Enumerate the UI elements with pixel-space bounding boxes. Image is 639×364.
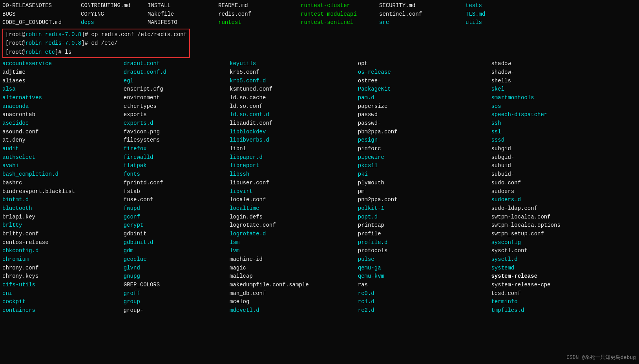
file-label: filesystems [124, 137, 160, 143]
table-row: chrony.conf glvnd magic qemu-ga systemd [2, 264, 637, 273]
file-label: profile [358, 231, 381, 237]
table-row: authselect firewalld libpaper.d pipewire… [2, 153, 637, 162]
file-label: speech-dispatcher [491, 111, 547, 118]
file-label: binfmt.d [2, 197, 29, 203]
file-label: swtpm-localca.conf [491, 214, 550, 220]
file-label: at.deny [2, 137, 26, 143]
file-label: lvm [230, 248, 239, 254]
prompt-hash2: # [85, 40, 88, 46]
file-label: dracut.conf [124, 60, 160, 67]
table-row: at.deny filesystems libibverbs.d pesign … [2, 136, 637, 145]
file-label: avahi [2, 162, 19, 169]
file-label: logrotate.d [230, 231, 266, 237]
table-row: asound.conf favicon.png libblockdev pbm2… [2, 128, 637, 136]
file-label: login.defs [230, 214, 263, 220]
watermark: CSDN @杀死一只知更鸟debug [566, 354, 636, 361]
file-label: brltty [2, 222, 22, 228]
file-label: centos-release [2, 239, 49, 246]
file-label: ld.so.conf [230, 103, 263, 109]
file-label: keyutils [230, 60, 256, 67]
file-label: passwd [358, 111, 378, 118]
file-label: passwd- [358, 120, 381, 126]
file-label: cni [2, 290, 12, 297]
file-label: pesign [358, 137, 378, 143]
file-label: chromium [2, 256, 29, 262]
table-row: brltty gcrypt logrotate.conf printcap sw… [2, 221, 637, 230]
prompt-user2: root [9, 40, 22, 46]
terminal: 00-RELEASENOTES CONTRIBUTING.md INSTALL … [0, 0, 639, 317]
file-label: fonts [124, 171, 140, 177]
file-label: libpaper.d [230, 154, 263, 160]
table-row: binfmt.d fuse.conf locale.conf pnm2ppa.c… [2, 196, 637, 204]
file-label: ras [358, 282, 368, 288]
file-label: bindresvport.blacklist [2, 188, 75, 195]
table-row: chrony.keys gnupg mailcap qemu-kvm syste… [2, 272, 637, 281]
table-row: CODE_OF_CONDUCT.md deps MANIFESTO runtes… [2, 18, 637, 27]
file-label: alternatives [2, 95, 42, 101]
file-label: rc2.d [358, 307, 374, 313]
file-label: fstab [124, 188, 140, 195]
prompt-bracket-close2: ] [81, 40, 84, 46]
file-label: bashrc [2, 180, 22, 186]
file-label: brltty.conf [2, 231, 38, 237]
file-label: libvirt [230, 188, 253, 195]
file-label: egl [124, 78, 133, 84]
file-label: CODE_OF_CONDUCT.md [2, 19, 62, 25]
file-label: ostree [358, 78, 378, 84]
file-label: bluetooth [2, 205, 32, 211]
file-label: libssh [230, 171, 249, 177]
file-label: deps [81, 19, 94, 25]
prompt-dir-3: etc [45, 49, 55, 55]
file-label: Makefile [148, 11, 174, 17]
prompt-bracket-close: ] [81, 31, 84, 38]
file-label: dracut.conf.d [124, 69, 166, 75]
prompt-hash: # [85, 31, 88, 38]
header-files-table: 00-RELEASENOTES CONTRIBUTING.md INSTALL … [2, 2, 637, 27]
file-label: runtest-sentinel [301, 19, 353, 25]
table-row: bindresvport.blacklist fstab libvirt pm … [2, 187, 637, 196]
file-label: libaudit.conf [230, 120, 272, 126]
file-label: containers [2, 307, 35, 313]
cmd-line-1: [root@robin redis-7.0.8]# cp redis.conf … [5, 30, 187, 39]
file-label: krb5.conf.d [230, 78, 266, 84]
file-label: rc0.d [358, 290, 374, 297]
file-label: sentinel.conf [379, 11, 422, 17]
file-label: qemu-kvm [358, 273, 384, 279]
table-row: 00-RELEASENOTES CONTRIBUTING.md INSTALL … [2, 2, 637, 10]
file-label: tmpfiles.d [491, 307, 524, 313]
file-label: pkcs11 [358, 162, 378, 169]
file-label: aliases [2, 78, 26, 84]
file-label: popt.d [358, 214, 378, 220]
file-label: fprintd.conf [124, 180, 163, 186]
table-row: cockpit group mcelog rc1.d terminfo [2, 298, 637, 306]
file-label: redis.conf [218, 11, 251, 17]
file-label: sudoers.d [491, 197, 521, 203]
file-label: environment [124, 95, 160, 101]
prompt-space2 [42, 40, 45, 46]
file-label: adjtime [2, 69, 26, 75]
file-label: subgid- [491, 154, 514, 160]
file-label: terminfo [491, 298, 517, 305]
file-label: magic [230, 265, 246, 271]
table-row: anacrontab exports ld.so.conf.d passwd s… [2, 111, 637, 119]
file-label: tcsd.conf [491, 290, 521, 297]
file-label: cifs-utils [2, 282, 35, 288]
file-label: libreport [230, 162, 259, 169]
file-label: machine-id [230, 256, 263, 262]
table-row: cifs-utils GREP_COLORS makedumpfile.conf… [2, 281, 637, 289]
file-label: firefox [124, 146, 147, 152]
file-label: subgid [491, 146, 511, 152]
table-row: asciidoc exports.d libaudit.conf passwd-… [2, 119, 637, 128]
file-label: BUGS [2, 11, 16, 17]
file-label: authselect [2, 154, 35, 160]
file-label: audit [2, 146, 19, 152]
file-label: logrotate.conf [230, 222, 276, 228]
file-label: plymouth [358, 180, 384, 186]
file-label: papersize [358, 103, 388, 109]
table-row: avahi flatpak libreport pkcs11 subuid [2, 162, 637, 170]
file-label: systemd [491, 265, 514, 271]
file-label: libibverbs.d [230, 137, 269, 143]
file-label: GREP_COLORS [124, 282, 160, 288]
file-label: lsm [230, 239, 239, 246]
file-label: ethertypes [124, 103, 157, 109]
